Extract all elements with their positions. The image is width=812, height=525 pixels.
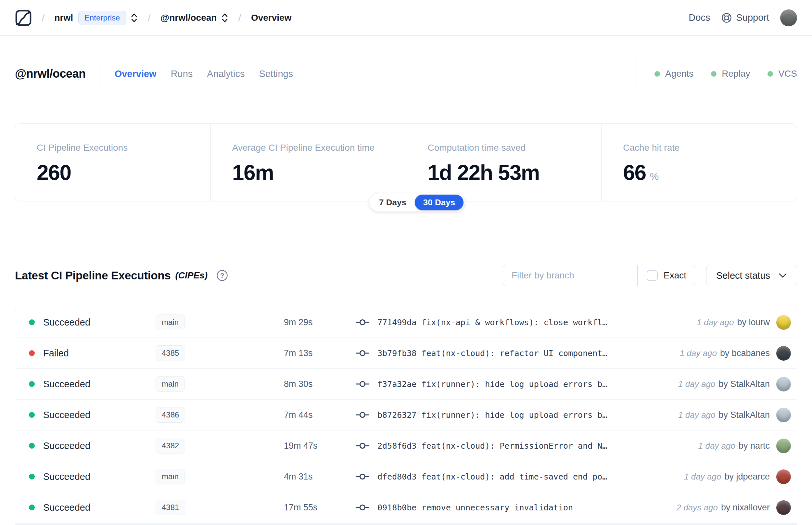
author: by StalkAltan <box>718 410 770 420</box>
status-dot-icon <box>655 71 660 77</box>
exact-filter-toggle[interactable]: Exact <box>637 265 695 286</box>
life-buoy-icon <box>721 12 732 24</box>
commit-cell: dfed80d3 feat(nx-cloud): add time-saved … <box>355 472 674 481</box>
git-commit-icon <box>355 472 370 481</box>
time-ago: 1 day ago <box>680 348 717 358</box>
table-row[interactable]: Succeeded 4386 7m 44s b8726327 fix(runne… <box>15 400 797 431</box>
table-row[interactable]: Succeeded main 9m 29s 771499da fix(nx-ap… <box>15 307 797 338</box>
section-title-suffix: (CIPEs) <box>175 270 208 281</box>
commit-message: 771499da fix(nx-api & workflows): close … <box>378 318 607 327</box>
branch-cell: 4381 <box>156 500 284 515</box>
stat-computation-time-saved: Computation time saved 1d 22h 53m <box>406 124 602 201</box>
workspace-selector-icon[interactable] <box>221 13 228 23</box>
table-row[interactable]: Succeeded main 4m 31s dfed80d3 feat(nx-c… <box>15 461 797 492</box>
status-cell: Succeeded <box>29 317 156 328</box>
branch-filter-group: Exact <box>503 265 695 286</box>
stat-cache-hit-rate: Cache hit rate 66 % <box>601 124 797 201</box>
author-avatar <box>776 315 791 330</box>
nx-cloud-logo-icon[interactable] <box>15 10 32 26</box>
git-commit-icon <box>355 503 370 512</box>
author: by nixallover <box>721 502 770 513</box>
next-row-peek <box>15 523 797 525</box>
topbar-right-group: Docs Support <box>689 10 797 26</box>
help-icon[interactable]: ? <box>216 269 228 282</box>
docs-link[interactable]: Docs <box>689 12 710 23</box>
commit-message: b8726327 fix(runner): hide log upload er… <box>378 410 607 420</box>
range-30-days-button[interactable]: 30 Days <box>415 195 463 210</box>
table-row[interactable]: Succeeded 4382 19m 47s 2d58f6d3 feat(nx-… <box>15 431 797 461</box>
stat-label: Cache hit rate <box>623 142 797 153</box>
author-avatar <box>776 377 791 391</box>
stats-cards-row: CI Pipeline Executions 260 Average CI Pi… <box>15 123 797 201</box>
table-row[interactable]: Succeeded main 8m 30s f37a32ae fix(runne… <box>15 369 797 400</box>
duration-cell: 17m 55s <box>284 502 355 513</box>
support-link[interactable]: Support <box>721 12 769 24</box>
tab-overview[interactable]: Overview <box>114 69 156 79</box>
user-avatar[interactable] <box>780 10 797 26</box>
status-label: Succeeded <box>43 317 90 328</box>
commit-cell: b8726327 fix(runner): hide log upload er… <box>355 410 669 420</box>
status-dot-icon <box>29 319 35 325</box>
status-cell: Succeeded <box>29 410 156 420</box>
time-ago: 1 day ago <box>697 317 734 328</box>
author-avatar <box>776 439 791 453</box>
stat-unit: % <box>650 171 659 183</box>
branch-badge: main <box>156 376 185 392</box>
branch-badge: 4381 <box>156 500 185 515</box>
table-row[interactable]: Failed 4385 7m 13s 3b79fb38 feat(nx-clou… <box>15 338 797 369</box>
breadcrumb-separator: / <box>148 11 150 24</box>
commit-message: 3b79fb38 feat(nx-cloud): refactor UI com… <box>378 349 607 358</box>
org-selector-icon[interactable] <box>131 13 138 23</box>
exact-checkbox[interactable] <box>647 270 658 281</box>
commit-cell: f37a32ae fix(runner): hide log upload er… <box>355 379 669 389</box>
branch-filter-input[interactable] <box>503 265 637 286</box>
time-ago: 1 day ago <box>678 410 715 420</box>
stat-label: Average CI Pipeline Execution time <box>232 142 406 153</box>
tab-settings[interactable]: Settings <box>259 69 293 79</box>
status-dot-icon <box>29 474 35 480</box>
status-dot-icon <box>29 443 35 449</box>
stat-average-execution-time: Average CI Pipeline Execution time 16m <box>211 124 406 201</box>
commit-message: dfed80d3 feat(nx-cloud): add time-saved … <box>378 472 607 481</box>
stat-value: 66 <box>623 160 646 185</box>
table-row[interactable]: Succeeded 4381 17m 55s 0918b0be remove u… <box>15 492 797 523</box>
stat-label: Computation time saved <box>428 142 601 153</box>
meta-cell: 1 day ago by lourw <box>697 315 791 330</box>
git-commit-icon <box>355 411 370 419</box>
branch-badge: 4382 <box>156 438 185 453</box>
meta-cell: 1 day ago by nartc <box>698 439 791 453</box>
status-cell: Failed <box>29 348 156 359</box>
service-replay[interactable]: Replay <box>711 69 750 79</box>
status-dot-icon <box>711 71 717 77</box>
stat-value: 1d 22h 53m <box>428 160 540 185</box>
meta-cell: 1 day ago by jdpearce <box>684 469 791 484</box>
status-label: Succeeded <box>43 410 90 420</box>
chevron-down-icon <box>779 273 787 278</box>
tab-runs[interactable]: Runs <box>171 69 193 79</box>
breadcrumb-separator: / <box>42 11 45 24</box>
author-avatar <box>776 346 791 361</box>
tab-analytics[interactable]: Analytics <box>207 69 245 79</box>
author: by lourw <box>737 317 770 328</box>
service-agents[interactable]: Agents <box>655 69 693 79</box>
git-commit-icon <box>355 380 370 388</box>
git-commit-icon <box>355 318 370 327</box>
author: by bcabanes <box>720 348 770 358</box>
workspace-header: @nrwl/ocean Overview Runs Analytics Sett… <box>15 56 797 92</box>
breadcrumb-page: Overview <box>251 13 292 23</box>
range-7-days-button[interactable]: 7 Days <box>371 195 415 210</box>
divider <box>100 59 101 89</box>
branch-badge: 4386 <box>156 407 185 423</box>
enterprise-badge[interactable]: Enterprise <box>78 11 126 25</box>
meta-cell: 1 day ago by bcabanes <box>680 346 791 361</box>
select-status-dropdown[interactable]: Select status <box>706 265 797 286</box>
breadcrumb-separator: / <box>238 11 241 24</box>
top-navigation-bar: / nrwl Enterprise / @nrwl/ocean / Overvi… <box>0 0 812 36</box>
breadcrumb-org[interactable]: nrwl <box>54 13 73 23</box>
exact-label: Exact <box>663 270 686 281</box>
workspace-tabs: Overview Runs Analytics Settings <box>114 69 293 79</box>
breadcrumb-workspace[interactable]: @nrwl/ocean <box>160 13 217 23</box>
commit-message: 2d58f6d3 feat(nx-cloud): PermissionError… <box>378 441 607 451</box>
git-commit-icon <box>355 441 370 450</box>
service-vcs[interactable]: VCS <box>767 69 797 79</box>
